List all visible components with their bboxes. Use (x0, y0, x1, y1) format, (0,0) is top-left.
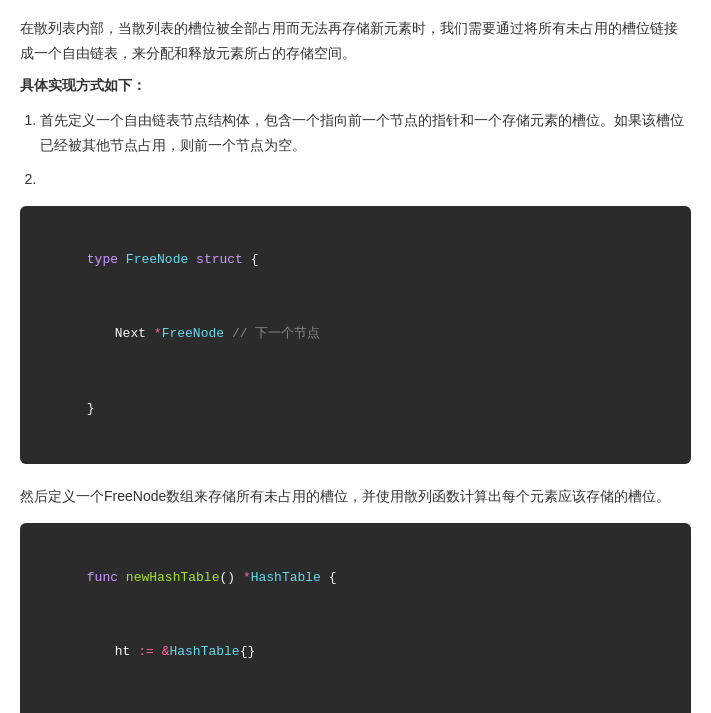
code-block-2: func newHashTable() *HashTable { ht := &… (20, 523, 691, 713)
code-block-1: type FreeNode struct { Next *FreeNode //… (20, 206, 691, 464)
step-1: 首先定义一个自由链表节点结构体，包含一个指向前一个节点的指针和一个存储元素的槽位… (40, 108, 691, 158)
freenode-type: FreeNode (126, 252, 188, 267)
comment-next: // 下一个节点 (232, 326, 320, 341)
pointer-symbol: * (154, 326, 162, 341)
steps-list: 首先定义一个自由链表节点结构体，包含一个指向前一个节点的指针和一个存储元素的槽位… (20, 108, 691, 192)
intro-text: 在散列表内部，当散列表的槽位被全部占用而无法再存储新元素时，我们需要通过将所有未… (20, 16, 691, 66)
next-field: Next (115, 326, 146, 341)
code-line-2: Next *FreeNode // 下一个节点 (40, 298, 671, 372)
step-2-text: 然后定义一个FreeNode数组来存储所有未占用的槽位，并使用散列函数计算出每个… (20, 484, 691, 509)
code-line-3: } (40, 372, 671, 446)
page-container: 在散列表内部，当散列表的槽位被全部占用而无法再存储新元素时，我们需要通过将所有未… (20, 16, 691, 713)
code-line-ht: ht := &HashTable{} (40, 615, 671, 689)
step-2-placeholder (40, 167, 691, 192)
code-line-buckets: ht.buckets = make([]*Bucket, 0) (40, 689, 671, 713)
code-line-1: type FreeNode struct { (40, 224, 671, 298)
code-line-func: func newHashTable() *HashTable { (40, 541, 671, 615)
type-keyword: type (87, 252, 118, 267)
struct-keyword: struct (196, 252, 243, 267)
freenode-ref: FreeNode (162, 326, 224, 341)
subtitle-text: 具体实现方式如下： (20, 74, 691, 98)
